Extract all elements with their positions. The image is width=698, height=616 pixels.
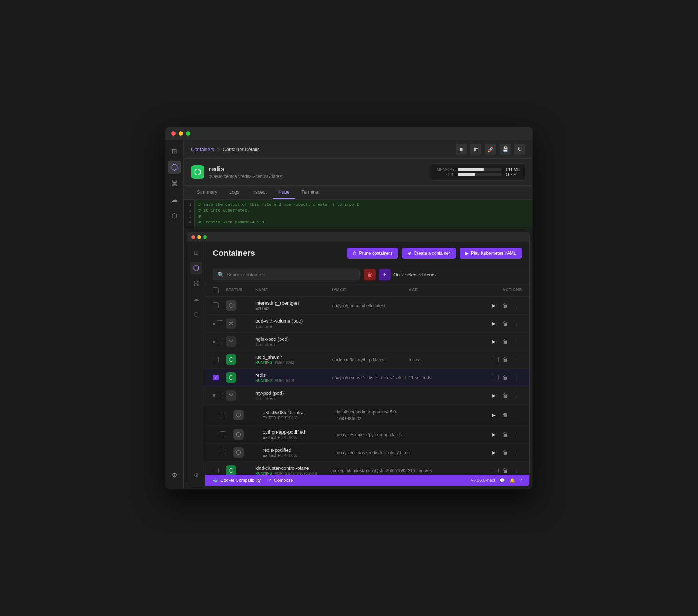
row-checkbox-1[interactable] [213,302,219,308]
sidebar-icon-containers[interactable] [168,161,181,174]
search-input[interactable] [227,272,355,277]
more-action[interactable]: ⋮ [512,318,522,329]
selected-text: On 2 selected items. [393,272,437,277]
sidebar-icon-pods[interactable] [168,177,181,190]
inner-sidebar-settings[interactable]: ⚙ [190,469,202,481]
more-action[interactable]: ⋮ [512,390,522,401]
more-action[interactable]: ⋮ [512,336,522,347]
play-action[interactable]: ▶ [488,336,499,347]
row-actions: ▶ 🗑 ⋮ [485,447,522,458]
tab-terminal[interactable]: Terminal [295,186,325,199]
more-action[interactable]: ⋮ [512,447,522,458]
stop-button[interactable]: ■ [456,144,467,155]
chat-icon[interactable]: 💬 [500,478,505,483]
inner-minimize[interactable] [197,235,201,239]
compose-item[interactable]: ✓ Compose [268,478,293,483]
delete-action[interactable]: 🗑 [500,354,510,365]
delete-action[interactable]: 🗑 [500,390,510,401]
more-action[interactable]: ⋮ [512,429,522,440]
minimize-button[interactable] [179,131,183,136]
expand-arrow[interactable]: ▶ [212,394,216,397]
row-checkbox-kind[interactable] [213,468,219,473]
pod-icon [226,390,236,401]
delete-action[interactable]: 🗑 [500,410,510,420]
inner-close[interactable] [191,235,195,239]
play-action[interactable]: ▶ [488,410,499,420]
col-status: STATUS [226,287,255,293]
more-action[interactable]: ⋮ [512,465,522,475]
bulk-action-button[interactable]: ✦ [379,269,391,280]
delete-action[interactable]: 🗑 [500,465,510,475]
more-action[interactable]: ⋮ [512,410,522,420]
row-checkbox-stop[interactable] [493,375,499,380]
delete-action[interactable]: 🗑 [500,300,510,311]
tab-logs[interactable]: Logs [223,186,245,199]
row-checkbox-infra[interactable] [220,412,226,418]
row-checkbox-pod3[interactable] [217,393,223,398]
docker-compat-item[interactable]: 🐳 Docker Compatibility [213,478,261,483]
row-image: quay.io/centos7/redis-5-centos7:latest [332,374,409,381]
row-checkbox-pod2[interactable] [217,339,223,344]
refresh-button[interactable]: ↻ [514,144,525,155]
inner-maximize[interactable] [203,235,207,239]
row-checkbox-stop[interactable] [493,468,499,473]
play-action[interactable]: ▶ [488,429,499,440]
delete-action[interactable]: 🗑 [500,318,510,329]
container-logo [191,165,204,179]
sidebar-settings-icon[interactable]: ⚙ [168,469,181,482]
close-button[interactable] [171,131,176,136]
play-action[interactable]: ▶ [488,318,499,329]
image-text: quay.io/slemeur/python-app:latest [337,432,403,437]
delete-action[interactable]: 🗑 [500,372,510,383]
play-action[interactable]: ▶ [488,390,499,401]
expand-arrow[interactable]: ▶ [213,322,216,326]
sidebar-icon-grid[interactable]: ⊞ [168,144,181,158]
inner-sidebar-db[interactable]: ⬡ [190,308,202,320]
row-checkbox-redis-pod[interactable] [220,450,226,455]
play-kubernetes-button[interactable]: ▶ Play Kubernetes YAML [460,248,522,259]
delete-action[interactable]: 🗑 [500,336,510,347]
maximize-button[interactable] [186,131,190,136]
sidebar-icon-cloud[interactable]: ☁ [168,193,181,206]
delete-action[interactable]: 🗑 [500,429,510,440]
play-action[interactable]: ▶ [488,300,499,311]
row-age: 15 minutes [410,467,485,474]
more-action[interactable]: ⋮ [512,372,522,383]
table-row: ▶ [205,333,529,351]
inner-sidebar-pods[interactable] [190,277,202,290]
inner-sidebar-grid[interactable]: ⊞ [190,246,202,259]
delete-action[interactable]: 🗑 [500,447,510,458]
more-action[interactable]: ⋮ [512,354,522,365]
sidebar-icon-volumes[interactable]: ⬡ [168,209,181,222]
bell-icon[interactable]: 🔔 [510,478,515,483]
container-name-text: redis [255,372,332,378]
tab-kube[interactable]: Kube [273,186,295,199]
inner-sidebar-containers[interactable] [190,262,202,274]
rocket-button[interactable]: 🚀 [485,144,496,155]
table-row: redis-podified EXITED PORT 8080 quay.io/… [205,444,529,462]
title-bar [165,127,533,140]
tab-inspect[interactable]: Inspect [245,186,273,199]
tab-summary[interactable]: Summary [191,186,223,199]
search-box: 🔍 [213,269,360,280]
row-checkbox-stop[interactable] [493,357,499,362]
image-text: quay.io/centos7/redis-5-centos7:latest [332,375,406,380]
row-checkbox-2[interactable] [213,357,219,362]
save-button[interactable]: 💾 [500,144,511,155]
row-check [213,468,226,473]
help-icon[interactable]: ? [519,478,522,483]
prune-containers-button[interactable]: 🗑 Prune containers [347,248,399,259]
row-checkbox-pod1[interactable] [217,320,223,326]
delete-button[interactable]: 🗑 [470,144,481,155]
row-checkbox-redis[interactable] [213,375,219,380]
inner-sidebar-cloud[interactable]: ☁ [190,293,202,305]
row-checkbox-python[interactable] [220,431,226,437]
expand-arrow[interactable]: ▶ [213,340,216,344]
create-container-button[interactable]: ⊕ Create a container [402,248,456,259]
bulk-delete-button[interactable]: 🗑 [364,269,376,280]
more-action[interactable]: ⋮ [512,300,522,311]
select-all-checkbox[interactable] [213,287,219,293]
table-row: kind-cluster-control-plane RUNNING PORTS… [205,462,529,475]
breadcrumb-link[interactable]: Containers [191,147,214,152]
play-action[interactable]: ▶ [488,447,499,458]
